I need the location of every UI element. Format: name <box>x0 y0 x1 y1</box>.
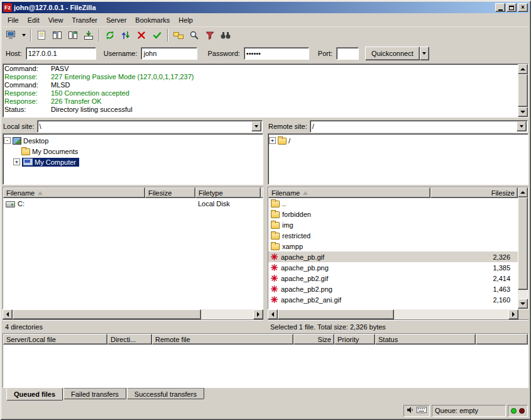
menu-bookmarks[interactable]: Bookmarks <box>131 14 174 26</box>
remote-vertical-scrollbar[interactable] <box>518 187 528 309</box>
scroll-left-button[interactable] <box>268 309 278 319</box>
menu-help[interactable]: Help <box>174 14 197 26</box>
scrollbar-thumb[interactable] <box>518 74 528 107</box>
process-queue-button[interactable] <box>150 28 165 42</box>
column-header-status[interactable]: Status <box>375 334 476 345</box>
menu-transfer[interactable]: Transfer <box>67 14 102 26</box>
remote-file-row[interactable]: apache_pb2_ani.gif 2,160 <box>268 294 518 305</box>
filter-button[interactable] <box>202 28 217 42</box>
remote-file-row[interactable]: .. <box>268 198 518 209</box>
scrollbar-track[interactable] <box>201 309 253 319</box>
quickconnect-button[interactable]: Quickconnect <box>365 47 420 60</box>
column-header-remote-file[interactable]: Remote file <box>152 334 293 345</box>
maximize-button[interactable] <box>506 3 517 12</box>
transfer-queue-icon <box>84 30 94 40</box>
column-header-size[interactable]: Size <box>293 334 334 345</box>
tab-failed-transfers[interactable]: Failed transfers <box>63 388 126 399</box>
remote-file-row-selected[interactable]: apache_pb.gif 2,326 <box>268 251 518 262</box>
column-header-filesize[interactable]: Filesize <box>145 187 195 198</box>
file-name: forbidden <box>282 211 311 218</box>
titlebar[interactable]: Fz john@127.0.0.1 - FileZilla × <box>2 2 529 13</box>
remote-file-row[interactable]: forbidden <box>268 209 518 219</box>
scroll-right-button[interactable] <box>508 309 518 319</box>
remote-site-value[interactable]: / <box>310 123 516 130</box>
synchronize-button[interactable] <box>118 28 133 42</box>
column-label: Size <box>318 336 331 343</box>
expand-icon[interactable]: + <box>269 137 276 144</box>
password-input[interactable] <box>244 47 309 60</box>
refresh-button[interactable] <box>102 28 118 42</box>
toggle-transfer-queue-button[interactable] <box>81 28 96 42</box>
menu-view[interactable]: View <box>44 14 68 26</box>
scroll-right-button[interactable] <box>253 309 263 319</box>
remote-site-combo[interactable]: / <box>310 120 528 133</box>
column-header-filetype[interactable]: Filetype <box>195 187 261 198</box>
tree-item-desktop[interactable]: - Desktop <box>4 135 262 146</box>
tree-item-root[interactable]: + / <box>269 135 527 146</box>
scrollbar-thumb[interactable] <box>13 309 201 319</box>
toggle-local-treeview-button[interactable] <box>50 28 65 42</box>
quickconnect-dropdown-button[interactable] <box>420 47 429 60</box>
directory-comparison-button[interactable] <box>171 28 186 42</box>
abort-transfer-button[interactable] <box>134 28 149 42</box>
remote-horizontal-scrollbar[interactable] <box>268 309 528 319</box>
search-files-button[interactable] <box>187 28 202 42</box>
remote-site-dropdown-button[interactable] <box>517 121 527 131</box>
window-title: john@127.0.0.1 - FileZilla <box>14 4 493 11</box>
scroll-up-button[interactable] <box>518 64 528 74</box>
local-site-dropdown-button[interactable] <box>251 121 261 131</box>
tab-queued-files[interactable]: Queued files <box>6 388 63 401</box>
filesize-cell: 1,385 <box>430 264 518 272</box>
toggle-remote-treeview-button[interactable] <box>65 28 80 42</box>
tree-item-my-documents[interactable]: My Documents <box>4 146 262 157</box>
column-header-filename[interactable]: Filename <box>268 187 430 198</box>
keyboard-icon[interactable] <box>417 407 427 414</box>
site-manager-button[interactable] <box>4 28 19 42</box>
remote-file-row[interactable]: apache_pb2.gif 2,414 <box>268 273 518 284</box>
scrollbar-track[interactable] <box>518 290 528 299</box>
collapse-icon[interactable]: - <box>4 137 11 144</box>
host-input[interactable] <box>26 47 96 60</box>
log-scrollbar[interactable] <box>518 64 528 117</box>
menu-file[interactable]: File <box>3 14 23 26</box>
local-file-row[interactable]: C: Local Disk <box>3 198 263 209</box>
scroll-down-button[interactable] <box>518 107 528 117</box>
local-site-combo[interactable]: \ <box>37 120 263 133</box>
username-input[interactable] <box>141 47 197 60</box>
tree-item-label: / <box>287 136 292 145</box>
port-input[interactable] <box>336 47 359 60</box>
speaker-icon[interactable] <box>407 406 414 415</box>
tree-item-label: My Computer <box>33 158 78 167</box>
toggle-message-log-button[interactable] <box>34 28 49 42</box>
remote-file-row[interactable]: img <box>268 219 518 230</box>
remote-file-row[interactable]: apache_pb.png 1,385 <box>268 262 518 273</box>
expand-icon[interactable]: + <box>13 158 20 165</box>
column-label: Filename <box>6 189 35 197</box>
site-manager-dropdown-button[interactable] <box>19 28 28 42</box>
column-header-filename[interactable]: Filename <box>3 187 145 198</box>
menu-server[interactable]: Server <box>102 14 131 26</box>
tab-successful-transfers[interactable]: Successful transfers <box>127 388 204 399</box>
local-horizontal-scrollbar[interactable] <box>3 309 263 319</box>
menu-edit[interactable]: Edit <box>23 14 44 26</box>
scroll-left-button[interactable] <box>3 309 13 319</box>
scrollbar-thumb[interactable] <box>278 309 394 319</box>
scroll-up-button[interactable] <box>518 187 528 197</box>
remote-file-row[interactable]: restricted <box>268 230 518 241</box>
close-button[interactable]: × <box>518 3 528 12</box>
column-header-last-modified[interactable]: L <box>261 187 263 198</box>
column-header-direction[interactable]: Directi... <box>107 334 152 345</box>
tree-item-my-computer[interactable]: + My Computer <box>4 157 262 167</box>
scrollbar-track[interactable] <box>394 309 508 319</box>
local-site-value[interactable]: \ <box>38 123 251 130</box>
log-line: Response:226 Transfer OK <box>4 97 517 106</box>
column-header-filesize[interactable]: Filesize <box>430 187 518 198</box>
minimize-button[interactable] <box>495 3 505 12</box>
remote-file-row[interactable]: apache_pb2.png 1,463 <box>268 284 518 294</box>
remote-file-row[interactable]: xampp <box>268 241 518 251</box>
column-header-server-local-file[interactable]: Server/Local file <box>3 334 107 345</box>
find-files-button[interactable] <box>218 28 233 42</box>
scroll-down-button[interactable] <box>518 299 528 309</box>
column-header-priority[interactable]: Priority <box>334 334 375 345</box>
scrollbar-thumb[interactable] <box>518 197 528 290</box>
